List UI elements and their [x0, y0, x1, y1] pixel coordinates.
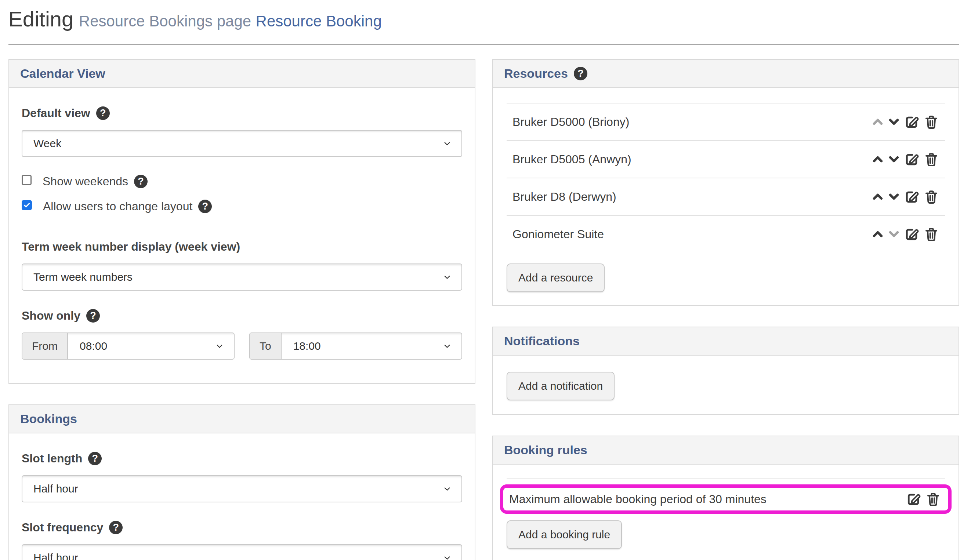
bookings-panel: Bookings Slot length ? Half hour Slot fr…	[8, 404, 475, 560]
show-weekends-checkbox[interactable]	[22, 175, 32, 185]
allow-layout-label: Allow users to change layout	[43, 199, 192, 213]
term-week-label: Term week number display (week view)	[22, 239, 240, 254]
term-week-value: Term week numbers	[33, 271, 132, 283]
page: Editing Resource Bookings page Resource …	[0, 0, 971, 560]
highlight-annotation: Maximum allowable booking period of 30 m…	[500, 484, 951, 514]
from-time-select[interactable]: 08:00	[68, 333, 234, 359]
add-booking-rule-button[interactable]: Add a booking rule	[507, 520, 622, 549]
page-title-prefix: Editing	[8, 7, 73, 31]
page-title-resource-link[interactable]: Resource Booking	[256, 12, 382, 30]
to-time-value: 18:00	[293, 340, 321, 352]
page-title-context: Resource Bookings page	[79, 12, 251, 30]
default-view-label: Default view	[22, 106, 90, 120]
help-icon[interactable]: ?	[88, 452, 102, 465]
trash-icon[interactable]	[924, 114, 939, 130]
page-title: Editing Resource Bookings page Resource …	[8, 4, 959, 39]
chevron-down-caret-icon	[442, 272, 453, 283]
chevron-down-caret-icon	[442, 552, 453, 560]
show-weekends-label: Show weekends	[43, 174, 128, 188]
notifications-title: Notifications	[504, 334, 580, 348]
trash-icon[interactable]	[924, 189, 939, 204]
help-icon[interactable]: ?	[134, 175, 148, 188]
show-weekends-row: Show weekends ?	[22, 174, 462, 188]
to-addon-label: To	[250, 333, 282, 359]
to-time-select[interactable]: 18:00	[282, 333, 461, 359]
show-only-label: Show only	[22, 308, 80, 323]
resources-title: Resources	[504, 67, 568, 81]
title-divider	[8, 44, 959, 45]
notifications-header: Notifications	[493, 327, 959, 356]
allow-layout-row: Allow users to change layout ?	[22, 199, 462, 213]
calendar-view-panel: Calendar View Default view ? Week Sh	[8, 59, 475, 384]
slot-frequency-label-row: Slot frequency ?	[22, 520, 462, 535]
resources-panel: Resources ? Bruker D5000 (Briony)	[492, 59, 959, 306]
booking-rule-row: Maximum allowable booking period of 30 m…	[506, 488, 944, 510]
help-icon[interactable]: ?	[86, 309, 100, 323]
add-notification-button[interactable]: Add a notification	[507, 372, 614, 400]
booking-rule-name: Maximum allowable booking period of 30 m…	[509, 491, 766, 507]
default-view-label-row: Default view ?	[22, 106, 462, 120]
calendar-view-title: Calendar View	[20, 67, 105, 81]
resource-row: Bruker D5000 (Briony)	[507, 103, 945, 140]
resources-header: Resources ?	[493, 60, 959, 88]
from-time-group: From 08:00	[22, 332, 235, 360]
move-down-icon[interactable]	[888, 153, 900, 165]
slot-frequency-label: Slot frequency	[22, 520, 103, 535]
show-only-range-row: From 08:00 To 18:00	[22, 332, 462, 360]
resource-name: Bruker D5000 (Briony)	[512, 114, 629, 130]
booking-rules-header: Booking rules	[493, 436, 959, 465]
slot-length-label-row: Slot length ?	[22, 451, 462, 466]
to-time-group: To 18:00	[249, 332, 462, 360]
move-down-icon	[888, 228, 900, 240]
chevron-down-caret-icon	[442, 340, 453, 352]
help-icon[interactable]: ?	[96, 107, 110, 120]
move-up-icon[interactable]	[871, 228, 884, 240]
help-icon[interactable]: ?	[198, 200, 212, 213]
help-icon[interactable]: ?	[109, 521, 123, 534]
trash-icon[interactable]	[924, 227, 939, 242]
right-column: Resources ? Bruker D5000 (Briony)	[492, 59, 959, 560]
resource-name: Goniometer Suite	[512, 226, 604, 242]
slot-frequency-value: Half hour	[33, 552, 78, 560]
resource-list: Bruker D5000 (Briony) Bruker D5005 (Anwy…	[507, 103, 945, 252]
trash-icon[interactable]	[924, 152, 939, 167]
resource-name: Bruker D5005 (Anwyn)	[512, 151, 631, 167]
term-week-select[interactable]: Term week numbers	[22, 263, 462, 291]
rules-divider	[507, 478, 945, 478]
chevron-down-caret-icon	[442, 483, 453, 494]
from-time-value: 08:00	[80, 340, 107, 352]
allow-layout-checkbox[interactable]	[22, 200, 32, 210]
calendar-view-header: Calendar View	[9, 60, 475, 88]
edit-icon[interactable]	[904, 226, 920, 242]
default-view-select[interactable]: Week	[22, 130, 462, 157]
move-up-icon[interactable]	[871, 153, 884, 165]
slot-frequency-select[interactable]: Half hour	[22, 544, 462, 560]
move-down-icon[interactable]	[888, 190, 900, 203]
resource-row: Bruker D8 (Derwyn)	[507, 178, 945, 215]
trash-icon[interactable]	[926, 492, 941, 507]
edit-icon[interactable]	[906, 491, 922, 507]
term-week-label-row: Term week number display (week view)	[22, 239, 462, 254]
booking-rules-title: Booking rules	[504, 443, 587, 457]
from-addon-label: From	[22, 333, 68, 359]
chevron-down-caret-icon	[214, 340, 225, 352]
checkmark-icon	[23, 201, 31, 209]
notifications-panel: Notifications Add a notification	[492, 327, 959, 415]
bookings-title: Bookings	[20, 412, 77, 426]
edit-icon[interactable]	[904, 114, 920, 130]
chevron-down-caret-icon	[442, 138, 453, 149]
slot-length-value: Half hour	[33, 483, 78, 495]
edit-icon[interactable]	[904, 188, 920, 205]
slot-length-select[interactable]: Half hour	[22, 475, 462, 502]
booking-rules-panel: Booking rules Maximum allowable booking …	[492, 436, 959, 560]
show-only-label-row: Show only ?	[22, 308, 462, 323]
move-up-icon[interactable]	[871, 190, 884, 203]
resource-name: Bruker D8 (Derwyn)	[512, 188, 616, 205]
bookings-header: Bookings	[9, 405, 475, 433]
resource-row: Goniometer Suite	[507, 215, 945, 252]
slot-length-label: Slot length	[22, 451, 82, 466]
edit-icon[interactable]	[904, 151, 920, 167]
help-icon[interactable]: ?	[574, 67, 587, 80]
move-down-icon[interactable]	[888, 116, 900, 128]
add-resource-button[interactable]: Add a resource	[507, 263, 605, 292]
